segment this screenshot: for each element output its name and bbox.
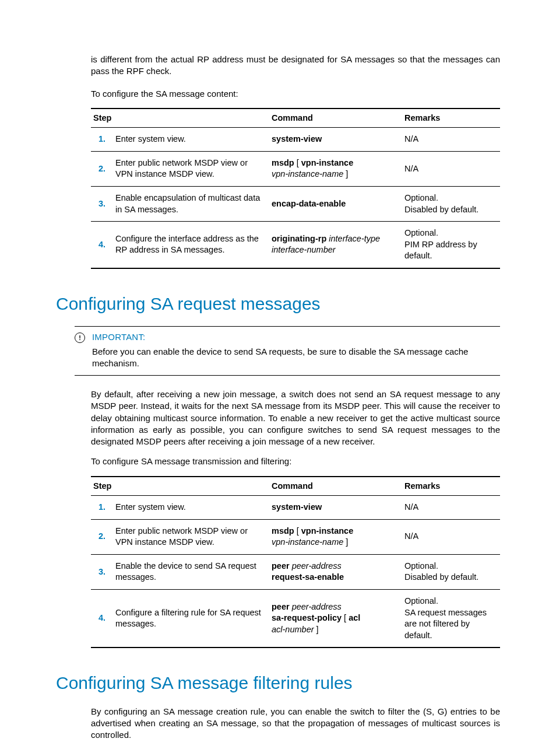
step-cmd: encap-data-enable [269,187,402,222]
section1-para-1: By default, after receiving a new join m… [56,388,500,447]
intro-para-2: To configure the SA message content: [56,88,500,100]
step-cmd: originating-rp interface-type interface-… [269,222,402,268]
th-step: Step [91,108,269,128]
step-desc: Enter system view. [113,128,269,152]
table-row: 4. Configure a filtering rule for SA req… [91,589,500,648]
remark: N/A [404,531,498,542]
th-remarks: Remarks [402,477,500,496]
step-cmd: msdp [ vpn-instancevpn-instance-name ] [269,151,402,186]
step-remarks: Optional.PIM RP address by default. [402,222,500,268]
remark: Disabled by default. [404,572,498,583]
section1-para-2: To configure SA message transmission and… [56,456,500,467]
cmd-bold: vpn-instance [301,158,353,167]
cmd-txt: ] [343,169,348,178]
step-num: 1. [91,496,113,520]
remark: Optional. [404,561,498,572]
step-cmd: peer peer-addressrequest-sa-enable [269,554,402,589]
step-num: 4. [91,589,113,648]
step-cmd: system-view [269,496,402,520]
table-row: 2. Enter public network MSDP view or VPN… [91,151,500,186]
step-num: 2. [91,519,113,554]
step-cmd: system-view [269,128,402,152]
cmd-bold: system-view [272,134,322,144]
step-remarks: N/A [402,519,500,554]
important-callout: ! IMPORTANT: Before you can enable the d… [75,326,500,376]
remark: Disabled by default. [404,204,498,216]
step-cmd: peer peer-addresssa-request-policy [ acl… [269,589,402,648]
remark: Optional. [404,596,498,607]
table-row: 2. Enter public network MSDP view or VPN… [91,519,500,554]
cmd-txt: [ [294,158,301,167]
cmd-bold: msdp [272,158,294,167]
cmd-bold: encap-data-enable [272,199,346,208]
section2-para-1: By configuring an SA message creation ru… [56,706,500,741]
step-remarks: Optional.Disabled by default. [402,554,500,589]
table-row: 1. Enter system view. system-view N/A [91,128,500,152]
table-row: 4. Configure the interface address as th… [91,222,500,268]
step-desc: Enter system view. [113,496,269,520]
important-label: IMPORTANT: [92,331,145,343]
remark: N/A [404,134,498,145]
step-num: 3. [91,187,113,222]
step-remarks: N/A [402,151,500,186]
step-num: 3. [91,554,113,589]
step-desc: Enter public network MSDP view or VPN in… [113,151,269,186]
step-remarks: Optional.Disabled by default. [402,187,500,222]
step-remarks: N/A [402,128,500,152]
step-desc: Enable encapsulation of multicast data i… [113,187,269,222]
table-row: 3. Enable the device to send SA request … [91,554,500,589]
table-row: 3. Enable encapsulation of multicast dat… [91,187,500,222]
config-table-1: Step Command Remarks 1. Enter system vie… [91,108,500,269]
th-remarks: Remarks [402,108,500,128]
step-num: 2. [91,151,113,186]
step-desc: Enable the device to send SA request mes… [113,554,269,589]
cmd-bold: originating-rp [272,234,326,243]
cmd-ital: vpn-instance-name [272,169,343,178]
step-remarks: N/A [402,496,500,520]
step-num: 1. [91,128,113,152]
th-command: Command [269,477,402,496]
config-table-2: Step Command Remarks 1. Enter system vie… [91,476,500,649]
th-command: Command [269,108,402,128]
remark: PIM RP address by default. [404,239,498,262]
section-title-2: Configuring SA message filtering rules [56,671,500,695]
remark: N/A [404,502,498,513]
important-icon: ! [75,332,85,343]
remark: Optional. [404,228,498,239]
step-desc: Enter public network MSDP view or VPN in… [113,519,269,554]
table-row: 1. Enter system view. system-view N/A [91,496,500,520]
step-num: 4. [91,222,113,268]
remark: N/A [404,163,498,175]
step-desc: Configure a filtering rule for SA reques… [113,589,269,648]
remark: SA request messages are not filtered by … [404,607,498,642]
step-remarks: Optional.SA request messages are not fil… [402,589,500,648]
step-cmd: msdp [ vpn-instancevpn-instance-name ] [269,519,402,554]
th-step: Step [91,477,269,496]
remark: Optional. [404,192,498,204]
section-title-1: Configuring SA request messages [56,292,500,316]
intro-para-1: is different from the actual RP address … [56,54,500,78]
important-body: Before you can enable the device to send… [75,346,500,370]
step-desc: Configure the interface address as the R… [113,222,269,268]
